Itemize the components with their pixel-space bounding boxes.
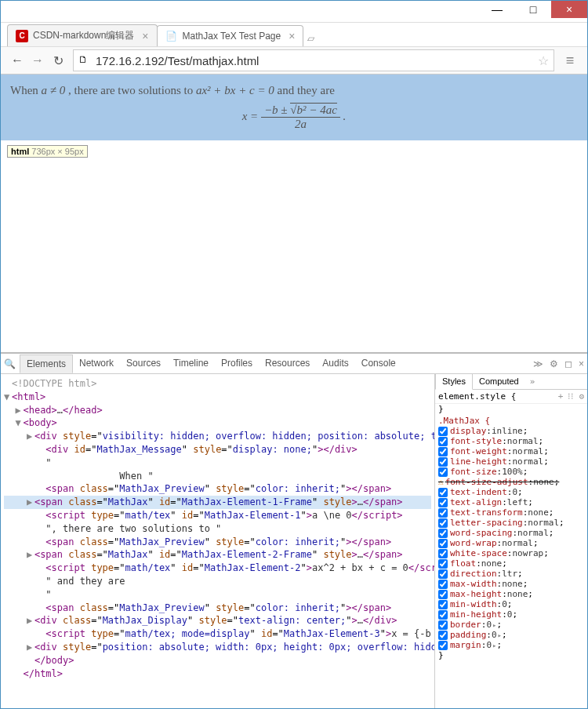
css-property[interactable]: word-spacing: normal; <box>438 528 584 538</box>
css-property[interactable]: font-style: normal; <box>438 436 584 446</box>
css-property[interactable]: word-wrap: normal; <box>438 538 584 548</box>
property-checkbox[interactable] <box>438 529 448 538</box>
css-property[interactable]: text-align: left; <box>438 497 584 507</box>
dom-line[interactable]: ", there are two solutions to " <box>4 522 431 536</box>
dom-line[interactable]: ▶<div style="position: absolute; width: … <box>4 641 431 654</box>
devtools-tab-console[interactable]: Console <box>355 354 402 373</box>
devtools-tab-sources[interactable]: Sources <box>120 354 167 373</box>
styles-tab[interactable]: Styles <box>435 374 473 390</box>
dock-icon[interactable]: ◻ <box>564 358 572 369</box>
property-checkbox[interactable] <box>438 447 448 456</box>
dom-line[interactable]: " <box>4 456 431 470</box>
dom-line[interactable]: </html> <box>4 667 431 681</box>
devtools-tab-audits[interactable]: Audits <box>316 354 354 373</box>
property-checkbox[interactable] <box>438 467 448 477</box>
dom-line[interactable]: ▶<div style="visibility: hidden; overflo… <box>4 430 431 443</box>
css-property[interactable]: white-space: nowrap; <box>438 548 584 558</box>
dom-line[interactable]: <script type="math/tex; mode=display" id… <box>4 627 431 641</box>
css-property[interactable]: font-weight: normal; <box>438 446 584 456</box>
toggle-state-icon[interactable]: ⁝⁝ <box>568 391 574 402</box>
css-property[interactable]: font-size: 100%; <box>438 467 584 477</box>
css-property[interactable]: direction: ltr; <box>438 569 584 579</box>
dom-line[interactable]: ▶<span class="MathJax" id="MathJax-Eleme… <box>4 496 431 509</box>
gear-icon[interactable]: ⚙ <box>579 391 584 402</box>
dom-line[interactable]: </body> <box>4 654 431 667</box>
devtools-tab-timeline[interactable]: Timeline <box>167 354 215 373</box>
back-button[interactable]: ← <box>7 50 27 71</box>
dom-panel[interactable]: <!DOCTYPE html>▼<html> ▶<head>…</head> ▼… <box>1 374 434 709</box>
tab-csdn[interactable]: C CSDN-markdown编辑器 × <box>7 24 158 46</box>
dom-line[interactable]: ▼<body> <box>4 416 431 430</box>
dom-line[interactable]: " and they are <box>4 575 431 588</box>
css-property[interactable]: max-height: none; <box>438 589 584 599</box>
devtools-tab-network[interactable]: Network <box>73 354 120 373</box>
settings-icon[interactable]: ⚙ <box>550 358 558 369</box>
more-tabs[interactable]: » <box>525 374 540 389</box>
dom-line[interactable]: When " <box>4 470 431 483</box>
property-checkbox[interactable] <box>438 569 448 579</box>
property-checkbox[interactable] <box>438 488 448 497</box>
property-checkbox[interactable] <box>438 610 448 620</box>
css-property[interactable]: padding: 0; <box>438 630 584 640</box>
css-property[interactable]: display: inline; <box>438 426 584 436</box>
property-checkbox[interactable] <box>438 600 448 609</box>
css-property[interactable]: float: none; <box>438 558 584 569</box>
close-icon[interactable]: × <box>289 30 295 42</box>
chrome-menu-button[interactable]: ≡ <box>559 49 581 71</box>
computed-tab[interactable]: Computed <box>473 374 525 389</box>
dom-line[interactable]: ▶<div class="MathJax_Display" style="tex… <box>4 614 431 627</box>
css-property[interactable]: max-width: none; <box>438 579 584 589</box>
property-checkbox[interactable] <box>438 518 448 528</box>
dom-line[interactable]: ▼<html> <box>4 391 431 404</box>
property-checkbox[interactable] <box>438 427 448 436</box>
property-checkbox[interactable] <box>438 590 448 599</box>
url-bar[interactable]: 🗋 ☆ <box>73 49 554 71</box>
new-tab-button[interactable]: ▱ <box>303 31 319 46</box>
property-checkbox[interactable] <box>438 508 448 518</box>
dom-line[interactable]: <script type="math/tex" id="MathJax-Elem… <box>4 509 431 522</box>
dom-line[interactable]: <div id="MathJax_Message" style="display… <box>4 443 431 456</box>
devtools-close-icon[interactable]: × <box>579 358 584 369</box>
dom-line[interactable]: <!DOCTYPE html> <box>4 377 431 391</box>
property-checkbox[interactable] <box>438 559 448 569</box>
property-checkbox[interactable] <box>438 498 448 507</box>
property-checkbox[interactable] <box>438 580 448 589</box>
dom-line[interactable]: ▶<head>…</head> <box>4 404 431 417</box>
css-property[interactable]: margin: 0; <box>438 640 584 650</box>
dom-line[interactable]: <span class="MathJax_Preview" style="col… <box>4 482 431 496</box>
maximize-button[interactable]: □ <box>515 1 551 18</box>
dom-line[interactable]: " <box>4 588 431 602</box>
property-checkbox[interactable] <box>438 620 448 630</box>
url-input[interactable] <box>96 54 538 67</box>
property-checkbox[interactable] <box>438 457 448 467</box>
property-checkbox[interactable] <box>438 549 448 558</box>
tab-mathjax[interactable]: 📄 MathJax TeX Test Page × <box>157 25 304 46</box>
drawer-icon[interactable]: ≫ <box>533 358 543 369</box>
css-property[interactable]: border: 0; <box>438 620 584 630</box>
css-property[interactable]: min-height: 0; <box>438 609 584 620</box>
dom-line[interactable]: <script type="math/tex" id="MathJax-Elem… <box>4 562 431 575</box>
devtools-tab-profiles[interactable]: Profiles <box>215 354 259 373</box>
css-property[interactable]: min-width: 0; <box>438 599 584 609</box>
selector[interactable]: .MathJax { <box>438 416 584 426</box>
property-checkbox[interactable] <box>438 539 448 548</box>
close-icon[interactable]: × <box>142 30 148 42</box>
bookmark-star-icon[interactable]: ☆ <box>538 53 549 68</box>
minimize-button[interactable]: — <box>479 1 515 18</box>
css-property[interactable]: letter-spacing: normal; <box>438 518 584 528</box>
dom-line[interactable]: <span class="MathJax_Preview" style="col… <box>4 602 431 615</box>
search-icon[interactable]: 🔍 <box>4 358 20 369</box>
new-rule-icon[interactable]: + <box>558 391 564 402</box>
close-button[interactable]: × <box>551 1 587 18</box>
property-checkbox[interactable] <box>438 631 448 640</box>
css-property[interactable]: text-indent: 0; <box>438 487 584 497</box>
css-property[interactable]: text-transform: none; <box>438 507 584 518</box>
property-checkbox[interactable] <box>438 641 448 650</box>
devtools-tab-elements[interactable]: Elements <box>20 354 73 373</box>
dom-line[interactable]: <span class="MathJax_Preview" style="col… <box>4 536 431 549</box>
devtools-tab-resources[interactable]: Resources <box>259 354 316 373</box>
css-property[interactable]: line-height: normal; <box>438 456 584 467</box>
dom-line[interactable]: ▶<span class="MathJax" id="MathJax-Eleme… <box>4 548 431 562</box>
reload-button[interactable]: ↻ <box>48 50 68 71</box>
css-property[interactable]: font-size-adjust: none; <box>438 477 584 487</box>
